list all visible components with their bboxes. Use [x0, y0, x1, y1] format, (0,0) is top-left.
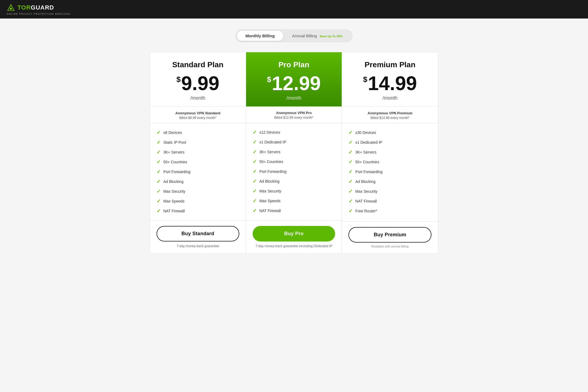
check-icon: ✓: [157, 198, 161, 204]
premium-plan-name: Premium Plan: [348, 60, 431, 69]
logo-guard: GUARD: [31, 4, 54, 11]
standard-cta-area: Buy Standard 7-day money-back guarantee: [150, 220, 246, 253]
premium-plan-billing: Billed $14.99 every month*: [348, 116, 431, 120]
list-item: ✓Static IP Pool: [157, 137, 239, 147]
standard-plan-details: Anonymous VPN Standard Billed $9.99 ever…: [150, 107, 246, 123]
list-item: ✓x12 Devices: [253, 127, 335, 137]
buy-pro-button[interactable]: Buy Pro: [253, 226, 335, 241]
monthly-billing-tab[interactable]: Monthly Billing: [237, 31, 283, 41]
check-icon: ✓: [348, 208, 353, 214]
standard-plan-subtitle: Anonymous VPN Standard: [157, 111, 239, 115]
premium-plan-subtitle: Anonymous VPN Premium: [348, 111, 431, 115]
check-icon: ✓: [253, 159, 257, 165]
list-item: ✓NAT Firewall: [348, 196, 431, 206]
list-item: ✓x30 Devices: [348, 128, 431, 137]
list-item: ✓x1 Dedicated IP: [253, 137, 335, 147]
list-item: ✓Port Forwarding: [253, 167, 335, 176]
list-item: ✓50+ Countries: [157, 157, 239, 167]
buy-premium-button[interactable]: Buy Premium: [348, 227, 431, 243]
standard-price-dollar: $: [176, 76, 181, 83]
check-icon: ✓: [157, 169, 161, 175]
check-icon: ✓: [348, 198, 353, 204]
premium-cta-area: Buy Premium *Available with annual billi…: [342, 222, 438, 253]
list-item: ✓50+ Countries: [253, 157, 335, 167]
annual-billing-tab[interactable]: Annual Billing Save Up To 50%: [283, 31, 351, 41]
premium-plan-card: Premium Plan $ 14.99 /month Anonymous VP…: [342, 52, 438, 253]
list-item: ✓Max Speeds: [157, 196, 239, 206]
logo-tor: TOR: [17, 4, 31, 11]
svg-point-2: [10, 8, 12, 10]
premium-price-period: /month: [348, 95, 431, 101]
list-item: ✓Port Forwarding: [157, 167, 239, 177]
premium-price-dollar: $: [363, 76, 367, 83]
buy-standard-button[interactable]: Buy Standard: [157, 226, 239, 241]
premium-features-list: ✓x30 Devices ✓x1 Dedicated IP ✓3K+ Serve…: [342, 123, 438, 222]
pro-plan-subtitle: Anonymous VPN Pro: [253, 111, 335, 115]
site-header: TORGUARD ONLINE PRIVACY PROTECTION SERVI…: [0, 0, 588, 19]
check-icon: ✓: [253, 208, 257, 214]
pro-plan-card: Pro Plan $ 12.99 /month Anonymous VPN Pr…: [246, 52, 342, 253]
pro-plan-name: Pro Plan: [253, 60, 335, 69]
list-item: ✓3K+ Servers: [348, 147, 431, 157]
billing-toggle-container: Monthly Billing Annual Billing Save Up T…: [150, 29, 438, 42]
pro-price-header: Pro Plan $ 12.99 /month: [246, 52, 342, 106]
pro-cta-area: Buy Pro 7-day money-back guarantee exclu…: [246, 220, 342, 253]
check-icon: ✓: [348, 169, 353, 175]
billing-toggle-pill: Monthly Billing Annual Billing Save Up T…: [235, 29, 353, 42]
pro-plan-details: Anonymous VPN Pro Billed $12.99 every mo…: [246, 106, 342, 123]
check-icon: ✓: [253, 139, 257, 145]
list-item: ✓Max Security: [348, 186, 431, 196]
check-icon: ✓: [253, 149, 257, 155]
list-item: ✓Ad Blocking: [253, 176, 335, 186]
check-icon: ✓: [253, 198, 257, 204]
check-icon: ✓: [157, 130, 161, 136]
check-icon: ✓: [348, 130, 353, 136]
standard-features-list: ✓x8 Devices ✓Static IP Pool ✓3K+ Servers…: [150, 123, 246, 220]
main-content: Monthly Billing Annual Billing Save Up T…: [144, 19, 444, 265]
pro-price-dollar: $: [267, 76, 271, 83]
list-item: ✓Max Speeds: [253, 196, 335, 206]
list-item: ✓Free Router*: [348, 206, 431, 216]
premium-price-amount: 14.99: [368, 74, 417, 93]
list-item: ✓Port Forwarding: [348, 167, 431, 177]
pro-footnote: 7-day money-back guarantee excluding Ded…: [253, 244, 335, 248]
standard-price-header: Standard Plan $ 9.99 /month: [150, 52, 246, 107]
logo: TORGUARD ONLINE PRIVACY PROTECTION SERVI…: [7, 3, 71, 15]
plans-grid: Standard Plan $ 9.99 /month Anonymous VP…: [150, 52, 438, 254]
list-item: ✓Ad Blocking: [157, 177, 239, 186]
annual-save-badge: Save Up To 50%: [320, 35, 342, 38]
check-icon: ✓: [348, 188, 353, 194]
check-icon: ✓: [348, 139, 353, 145]
check-icon: ✓: [157, 188, 161, 194]
monthly-billing-label: Monthly Billing: [246, 33, 275, 38]
check-icon: ✓: [253, 178, 257, 184]
list-item: ✓x8 Devices: [157, 128, 239, 137]
pro-features-list: ✓x12 Devices ✓x1 Dedicated IP ✓3K+ Serve…: [246, 123, 342, 220]
check-icon: ✓: [253, 169, 257, 174]
list-item: ✓x1 Dedicated IP: [348, 137, 431, 147]
list-item: ✓Ad Blocking: [348, 177, 431, 186]
check-icon: ✓: [253, 188, 257, 194]
list-item: ✓3K+ Servers: [253, 147, 335, 157]
premium-price-row: $ 14.99: [348, 74, 431, 93]
check-icon: ✓: [253, 129, 257, 135]
standard-plan-name: Standard Plan: [157, 60, 239, 69]
annual-billing-label: Annual Billing: [292, 33, 317, 38]
check-icon: ✓: [348, 159, 353, 165]
standard-price-amount: 9.99: [181, 74, 219, 93]
pro-price-amount: 12.99: [272, 74, 321, 93]
list-item: ✓Max Security: [157, 186, 239, 196]
standard-price-period: /month: [157, 95, 239, 101]
list-item: ✓50+ Countries: [348, 157, 431, 167]
list-item: ✓3K+ Servers: [157, 147, 239, 157]
check-icon: ✓: [157, 159, 161, 165]
pro-price-period: /month: [253, 95, 335, 101]
check-icon: ✓: [348, 149, 353, 155]
torguard-logo-icon: [7, 3, 15, 12]
check-icon: ✓: [157, 179, 161, 185]
list-item: ✓Max Security: [253, 186, 335, 196]
check-icon: ✓: [348, 179, 353, 185]
logo-text: TORGUARD: [17, 4, 54, 11]
standard-plan-billing: Billed $9.99 every month*: [157, 116, 239, 120]
premium-plan-details: Anonymous VPN Premium Billed $14.99 ever…: [342, 107, 438, 123]
